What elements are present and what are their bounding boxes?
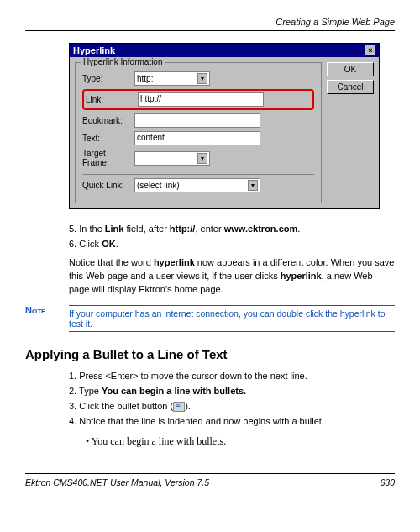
chevron-down-icon[interactable]: ▾	[197, 153, 207, 164]
note-label: Note	[25, 305, 69, 332]
link-row-highlight: Link: http://	[82, 89, 314, 110]
page-footer: Ektron CMS400.NET User Manual, Version 7…	[25, 473, 395, 487]
text-label: Text:	[82, 134, 131, 143]
quick-link-value: (select link)	[137, 181, 180, 190]
bookmark-label: Bookmark:	[82, 116, 131, 125]
text-input[interactable]: content	[134, 131, 260, 145]
type-select[interactable]: http: ▾	[134, 71, 210, 86]
step-5: 5. In the Link field, after http://, ent…	[69, 223, 395, 236]
bookmark-input[interactable]	[134, 113, 260, 128]
note-block: Note If your computer has an internet co…	[25, 305, 395, 332]
dialog-titlebar: Hyperlink ×	[70, 44, 379, 57]
link-label: Link:	[86, 95, 134, 104]
target-frame-select[interactable]: ▾	[134, 151, 210, 166]
link-input[interactable]: http://	[138, 92, 264, 107]
note-text: If your computer has an internet connect…	[69, 305, 395, 332]
separator	[82, 174, 314, 175]
bullet-list-icon	[173, 402, 185, 412]
step-6: 6. Click OK.	[69, 238, 395, 251]
step2-4: 4. Notice that the line is indented and …	[69, 415, 395, 429]
page-number: 630	[380, 477, 395, 487]
footer-left: Ektron CMS400.NET User Manual, Version 7…	[25, 477, 209, 487]
chevron-down-icon[interactable]: ▾	[248, 180, 258, 191]
ok-button[interactable]: OK	[327, 62, 374, 76]
step2-2: 2. Type You can begin a line with bullet…	[69, 385, 395, 398]
cancel-button[interactable]: Cancel	[327, 80, 374, 94]
hyperlink-fieldset: Hyperlink Information Type: http: ▾ Link…	[75, 62, 322, 203]
hyperlink-dialog: Hyperlink × Hyperlink Information Type: …	[69, 43, 380, 209]
paragraph-notice: Notice that the word hyperlink now appea…	[69, 256, 395, 297]
header-rule	[25, 30, 395, 31]
example-bullet-line: You can begin a line with bullets.	[86, 435, 395, 449]
chevron-down-icon[interactable]: ▾	[197, 73, 207, 84]
type-label: Type:	[82, 74, 131, 83]
fieldset-legend: Hyperlink Information	[81, 57, 165, 66]
type-value: http:	[137, 74, 153, 83]
step2-1: 1. Press <Enter> to move the cursor down…	[69, 370, 395, 383]
page-header: Creating a Simple Web Page	[25, 17, 395, 27]
section-heading: Applying a Bullet to a Line of Text	[25, 347, 395, 361]
close-icon[interactable]: ×	[365, 45, 375, 55]
target-frame-label: Target Frame:	[82, 149, 131, 167]
quick-link-label: Quick Link:	[82, 181, 131, 190]
quick-link-select[interactable]: (select link) ▾	[134, 178, 260, 192]
dialog-title: Hyperlink	[73, 45, 115, 55]
step2-3: 3. Click the bullet button ().	[69, 400, 395, 413]
